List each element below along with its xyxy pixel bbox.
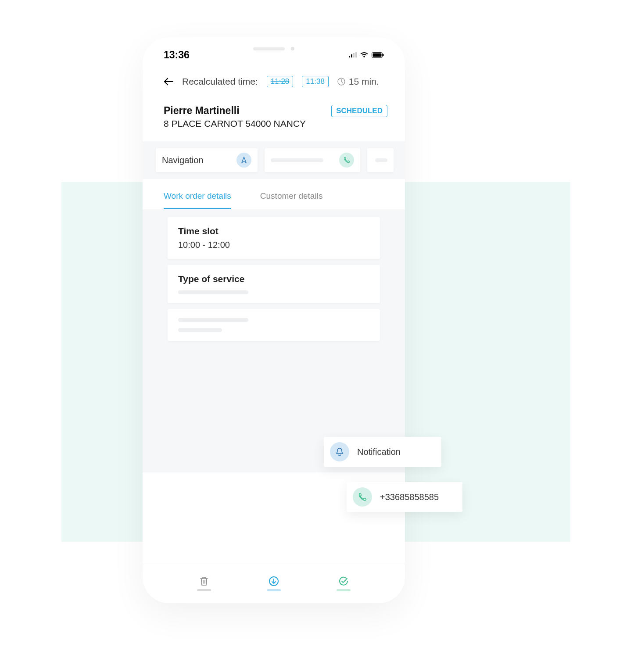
svg-rect-3 <box>355 52 357 57</box>
additional-card[interactable] <box>367 148 394 172</box>
header-row: Recalculated time: 11:28 11:38 15 min. <box>143 64 405 87</box>
bottom-download[interactable] <box>267 576 281 591</box>
notification-label: Notification <box>357 447 401 457</box>
bell-icon <box>330 442 349 461</box>
content-area: Time slot 10:00 - 12:00 Type of service <box>143 209 405 472</box>
timeslot-title: Time slot <box>178 226 369 236</box>
navigation-label: Navigation <box>162 155 204 165</box>
notification-popover[interactable]: Notification <box>324 437 441 467</box>
signal-icon <box>349 52 357 57</box>
call-card[interactable] <box>265 148 360 172</box>
bottom-confirm[interactable] <box>337 576 351 591</box>
duration-text: 15 min. <box>349 76 379 87</box>
placeholder-text <box>178 318 248 322</box>
service-type-title: Type of service <box>178 274 369 284</box>
placeholder-text <box>271 158 323 162</box>
clock-icon <box>337 78 345 86</box>
navigation-icon <box>236 153 251 168</box>
trash-icon <box>199 576 209 586</box>
old-time-chip: 11:28 <box>267 76 294 87</box>
svg-rect-6 <box>373 53 382 57</box>
bottom-delete[interactable] <box>197 576 211 591</box>
check-circle-icon <box>338 576 349 586</box>
wifi-icon <box>360 52 368 57</box>
customer-block: Pierre Martinelli 8 PLACE CARNOT 54000 N… <box>143 87 405 141</box>
navigation-card[interactable]: Navigation <box>156 148 258 172</box>
tab-work-order-details[interactable]: Work order details <box>164 191 231 209</box>
status-bar: 13:36 <box>143 37 405 64</box>
statusbar-indicators <box>349 52 384 58</box>
svg-point-4 <box>363 56 365 57</box>
phone-icon <box>339 153 354 168</box>
bottom-bar <box>143 564 405 603</box>
customer-address: 8 PLACE CARNOT 54000 NANCY <box>164 118 306 129</box>
back-button[interactable] <box>164 77 173 86</box>
phone-popover[interactable]: +33685858585 <box>347 482 462 512</box>
statusbar-time: 13:36 <box>164 49 190 61</box>
new-time-chip: 11:38 <box>302 76 329 87</box>
svg-rect-7 <box>383 54 384 56</box>
timeslot-value: 10:00 - 12:00 <box>178 240 369 250</box>
arrow-down-circle-icon <box>269 576 279 586</box>
placeholder-text <box>178 290 248 294</box>
timeslot-card: Time slot 10:00 - 12:00 <box>168 217 380 259</box>
phone-frame: 13:36 <box>143 37 405 603</box>
tab-customer-details[interactable]: Customer details <box>260 191 323 209</box>
svg-rect-1 <box>351 54 352 57</box>
placeholder-text <box>375 158 387 162</box>
placeholder-card <box>168 309 380 341</box>
action-row: Navigation <box>143 141 405 179</box>
battery-icon <box>372 52 384 58</box>
recalculated-label: Recalculated time: <box>182 76 258 87</box>
tabs: Work order details Customer details <box>143 179 405 209</box>
service-type-card: Type of service <box>168 265 380 303</box>
phone-number: +33685858585 <box>380 492 439 502</box>
notch <box>253 47 294 50</box>
customer-name: Pierre Martinelli <box>164 105 306 117</box>
placeholder-text <box>178 328 222 332</box>
status-badge: SCHEDULED <box>331 105 387 117</box>
svg-rect-2 <box>353 53 355 57</box>
phone-icon <box>353 487 372 507</box>
svg-rect-0 <box>349 56 350 57</box>
